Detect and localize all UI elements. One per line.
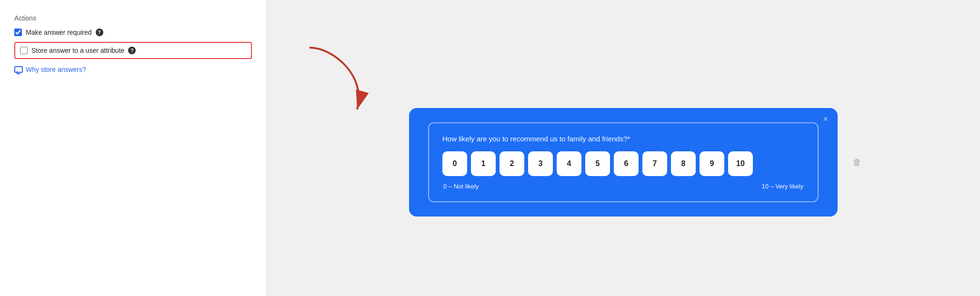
scale-button-2[interactable]: 2 [500,151,524,176]
make-answer-required-checkbox[interactable] [14,29,22,36]
scale-button-1[interactable]: 1 [471,151,496,176]
scale-button-4[interactable]: 4 [557,151,581,176]
make-answer-required-label: Make answer required [26,29,92,36]
scale-button-8[interactable]: 8 [671,151,696,176]
chat-icon [14,66,23,73]
scale-button-3[interactable]: 3 [528,151,553,176]
scale-button-5[interactable]: 5 [585,151,610,176]
survey-question: How likely are you to recommend us to fa… [442,135,804,143]
right-panel: × How likely are you to recommend us to … [267,0,980,296]
scale-button-6[interactable]: 6 [614,151,639,176]
survey-card: × How likely are you to recommend us to … [409,108,838,217]
scale-button-7[interactable]: 7 [642,151,667,176]
survey-inner: How likely are you to recommend us to fa… [428,122,819,202]
store-answer-row: Store answer to a user attribute ? [14,42,252,59]
scale-button-0[interactable]: 0 [442,151,467,176]
arrow-indicator [295,38,390,124]
scale-button-9[interactable]: 9 [700,151,724,176]
store-answer-checkbox[interactable] [20,47,28,54]
why-store-link-text: Why store answers? [26,66,86,73]
scale-label-high: 10 – Very likely [762,183,803,190]
make-answer-required-help-icon[interactable]: ? [96,29,103,36]
store-answer-label: Store answer to a user attribute [31,47,124,54]
scale-button-10[interactable]: 10 [728,151,753,176]
delete-button[interactable]: 🗑 [853,158,861,168]
make-answer-required-row: Make answer required ? [14,29,252,36]
close-button[interactable]: × [823,115,828,123]
scale-labels: 0 – Not likely 10 – Very likely [442,183,804,190]
why-store-link[interactable]: Why store answers? [14,66,252,73]
left-panel: Actions Make answer required ? Store ans… [0,0,267,296]
number-scale: 012345678910 [442,151,804,176]
actions-title: Actions [14,14,252,22]
store-answer-help-icon[interactable]: ? [128,47,136,54]
scale-label-low: 0 – Not likely [443,183,479,190]
